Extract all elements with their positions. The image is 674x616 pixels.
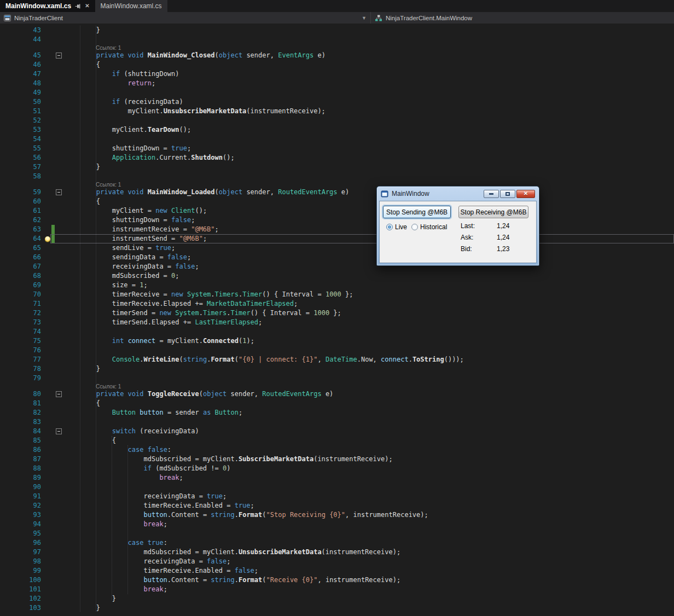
close-button[interactable]: ✕ [516,190,535,198]
glyph-margin[interactable] [44,364,51,374]
code-text[interactable]: int connect = myClient.Connected(1); [65,336,674,346]
codelens-references-link[interactable]: Ссылок: 1 [96,45,121,51]
glyph-margin[interactable] [44,473,51,483]
code-text[interactable] [65,172,674,181]
glyph-margin[interactable] [44,51,51,60]
code-text[interactable]: size = 1; [65,281,674,290]
code-text[interactable]: timerReceive.Enabled = false; [65,566,674,576]
line-number[interactable]: 101 [0,585,44,594]
codelens-references-link[interactable]: Ссылок: 1 [96,182,121,188]
glyph-margin[interactable] [44,181,51,188]
code-text[interactable]: receivingData = true; [65,492,674,501]
code-text[interactable]: { [65,197,674,206]
glyph-margin[interactable] [44,116,51,125]
glyph-margin[interactable] [44,197,51,206]
line-number[interactable]: 102 [0,594,44,603]
pin-icon[interactable] [75,3,81,9]
line-number[interactable] [0,181,44,188]
code-text[interactable]: shuttingDown = false; [65,216,674,225]
glyph-margin[interactable] [44,162,51,172]
code-text[interactable]: } [65,594,674,603]
code-text[interactable]: } [65,364,674,374]
line-number[interactable]: 78 [0,364,44,374]
line-number[interactable]: 103 [0,603,44,613]
code-text[interactable]: } [65,603,674,613]
line-number[interactable]: 93 [0,510,44,520]
line-number[interactable]: 89 [0,473,44,483]
code-text[interactable]: timerSend.Elapsed += LastTimerElapsed; [65,318,674,327]
code-text[interactable]: Application.Current.Shutdown(); [65,153,674,162]
line-number[interactable]: 57 [0,162,44,172]
glyph-margin[interactable] [44,538,51,548]
code-text[interactable]: if (mdSubscribed != 0) [65,464,674,473]
code-text[interactable]: timerReceive.Elapsed += MarketDataTimerE… [65,299,674,309]
line-number[interactable]: 95 [0,529,44,538]
line-number[interactable]: 52 [0,116,44,125]
code-text[interactable]: shuttingDown = true; [65,144,674,153]
code-text[interactable]: } [65,26,674,35]
fold-collapse-icon[interactable] [56,53,62,59]
glyph-margin[interactable] [44,216,51,225]
glyph-margin[interactable] [44,206,51,216]
app-title-bar[interactable]: MainWindow ✕ [377,187,539,201]
line-number[interactable]: 72 [0,309,44,318]
code-text[interactable] [65,135,674,144]
glyph-margin[interactable] [44,557,51,566]
line-number[interactable]: 50 [0,97,44,107]
line-number[interactable]: 69 [0,281,44,290]
glyph-margin[interactable] [44,309,51,318]
line-number[interactable]: 85 [0,436,44,445]
code-text[interactable]: button.Content = string.Format("Receive … [65,576,674,585]
code-text[interactable]: private void ToggleReceive(object sender… [65,390,674,399]
code-text[interactable]: Console.WriteLine(string.Format("{0} | c… [65,355,674,364]
code-text[interactable]: } [65,162,674,172]
glyph-margin[interactable] [44,188,51,197]
glyph-margin[interactable] [44,383,51,390]
line-number[interactable]: 81 [0,399,44,408]
code-text[interactable]: receivingData = false; [65,262,674,271]
glyph-margin[interactable] [44,271,51,281]
code-text[interactable]: Button button = sender as Button; [65,408,674,417]
glyph-margin[interactable] [44,399,51,408]
line-number[interactable]: 98 [0,557,44,566]
glyph-margin[interactable] [44,427,51,436]
glyph-margin[interactable] [44,445,51,455]
line-number[interactable] [0,44,44,51]
glyph-margin[interactable] [44,125,51,135]
line-number[interactable]: 63 [0,225,44,234]
glyph-margin[interactable] [44,566,51,576]
glyph-margin[interactable] [44,262,51,271]
line-number[interactable]: 71 [0,299,44,309]
code-text[interactable]: instrumentReceive = "@M6B"; [65,225,674,234]
code-text[interactable]: case true: [65,538,674,548]
codelens-text[interactable]: Ссылок: 1 [65,44,674,51]
line-number[interactable]: 58 [0,172,44,181]
code-text[interactable]: if (receivingData) [65,97,674,107]
line-number[interactable]: 92 [0,501,44,510]
line-number[interactable]: 88 [0,464,44,473]
code-text[interactable]: sendLive = true; [65,243,674,253]
glyph-margin[interactable] [44,281,51,290]
code-text[interactable] [65,529,674,538]
glyph-margin[interactable] [44,483,51,492]
line-number[interactable] [0,383,44,390]
line-number[interactable]: 60 [0,197,44,206]
line-number[interactable]: 79 [0,374,44,383]
glyph-margin[interactable] [44,253,51,262]
code-text[interactable]: private void MainWindow_Closed(object se… [65,51,674,60]
glyph-margin[interactable] [44,44,51,51]
glyph-margin[interactable] [44,529,51,538]
glyph-margin[interactable] [44,346,51,355]
glyph-margin[interactable] [44,69,51,79]
glyph-margin[interactable] [44,355,51,364]
code-text[interactable] [65,417,674,427]
code-text[interactable]: mdSubscribed = 0; [65,271,674,281]
glyph-margin[interactable] [44,455,51,464]
code-text[interactable]: myClient.TearDown(); [65,125,674,135]
fold-collapse-icon[interactable] [56,428,62,434]
glyph-margin[interactable] [44,97,51,107]
line-number[interactable]: 48 [0,79,44,88]
line-number[interactable]: 56 [0,153,44,162]
glyph-margin[interactable] [44,318,51,327]
line-number[interactable]: 84 [0,427,44,436]
